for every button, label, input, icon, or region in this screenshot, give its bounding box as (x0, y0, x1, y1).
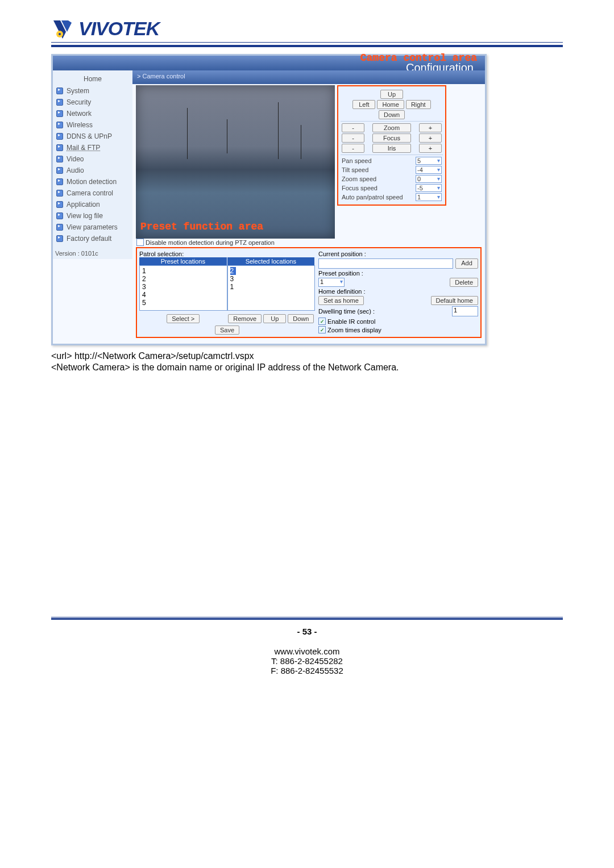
iris-minus-button[interactable]: - (342, 144, 364, 153)
enable-ir-checkbox[interactable]: ✓ (318, 318, 326, 325)
sidebar-item-log[interactable]: View log file (53, 210, 132, 222)
home-definition-label: Home definition : (318, 288, 478, 295)
arrow-icon (56, 110, 63, 117)
focus-speed-select[interactable]: -5▾ (416, 184, 442, 192)
camera-preview (136, 85, 335, 239)
focus-plus-button[interactable]: + (419, 133, 442, 143)
up-button[interactable]: Up (380, 90, 403, 99)
chevron-down-icon: ▾ (340, 278, 343, 286)
zoom-times-checkbox[interactable]: ✓ (318, 326, 326, 333)
set-home-button[interactable]: Set as home (318, 296, 364, 305)
sidebar: Home System Security Network Wireless DD… (53, 70, 132, 259)
enable-ir-label: Enable IR control (327, 318, 375, 325)
current-position-label: Current position : (318, 251, 478, 257)
arrow-icon (56, 201, 63, 208)
zoom-speed-select[interactable]: 0▾ (416, 175, 442, 183)
version-label: Version : 0101c (53, 244, 132, 257)
sidebar-item-motion[interactable]: Motion detection (53, 176, 132, 187)
preset-position-select[interactable]: 1▾ (318, 278, 345, 287)
disable-motion-row: ✓ Disable motion detection during PTZ op… (136, 239, 482, 246)
url-line: <url> http://<Network Camera>/setup/camc… (51, 351, 563, 361)
sidebar-item-camera-control[interactable]: Camera control (53, 187, 132, 199)
focus-label: Focus (372, 133, 411, 143)
delete-button[interactable]: Delete (450, 278, 478, 287)
sidebar-item-wireless[interactable]: Wireless (53, 119, 132, 131)
preset-list[interactable]: 1 2 3 4 5 (139, 265, 227, 311)
sidebar-home[interactable]: Home (53, 73, 132, 85)
logo-text: VIVOTEK (78, 18, 159, 40)
divider (51, 618, 563, 620)
arrow-icon (56, 190, 63, 197)
remove-button[interactable]: Remove (228, 314, 262, 323)
divider (51, 45, 563, 47)
sidebar-item-network[interactable]: Network (53, 108, 132, 119)
sidebar-item-audio[interactable]: Audio (53, 165, 132, 176)
desc-line: <Network Camera> is the domain name or o… (51, 362, 563, 373)
sidebar-item-application[interactable]: Application (53, 199, 132, 210)
main-area: > Camera control Up Left (132, 70, 485, 338)
svg-point-1 (59, 33, 61, 35)
disable-motion-checkbox[interactable]: ✓ (136, 239, 144, 246)
arrow-icon (56, 224, 63, 231)
footer-fax: F: 886-2-82455532 (51, 666, 563, 675)
arrow-icon (56, 156, 63, 162)
iris-label: Iris (372, 144, 411, 153)
patrol-down-button[interactable]: Down (288, 314, 314, 323)
chevron-down-icon: ▾ (437, 157, 440, 164)
pan-speed-select[interactable]: 5▾ (416, 157, 442, 165)
selected-locations-header: Selected locations (227, 257, 316, 265)
sidebar-item-factory[interactable]: Factory default (53, 233, 132, 244)
auto-speed-select[interactable]: 1▾ (416, 193, 442, 201)
arrow-icon (56, 167, 63, 174)
arrow-icon (56, 133, 63, 140)
add-button[interactable]: Add (455, 258, 478, 269)
selected-list[interactable]: 2 3 1 (227, 265, 316, 311)
focus-speed-label: Focus speed (342, 185, 377, 191)
sidebar-item-security[interactable]: Security (53, 97, 132, 108)
default-home-button[interactable]: Default home (431, 296, 478, 305)
dwelling-label: Dwelling time (sec) : (318, 308, 375, 315)
breadcrumb: > Camera control (132, 72, 485, 83)
patrol-up-button[interactable]: Up (263, 314, 286, 323)
arrow-icon (56, 178, 63, 185)
left-button[interactable]: Left (352, 100, 375, 109)
arrow-icon (56, 87, 63, 94)
annotation-camera-control: Camera control area (360, 52, 477, 64)
sidebar-item-ddns[interactable]: DDNS & UPnP (53, 131, 132, 142)
arrow-icon (56, 99, 63, 106)
sidebar-item-system[interactable]: System (53, 85, 132, 97)
right-button[interactable]: Right (406, 100, 431, 109)
sidebar-item-params[interactable]: View parameters (53, 222, 132, 233)
footer-tel: T: 886-2-82455282 (51, 656, 563, 666)
page-number: - 53 - (51, 627, 563, 636)
annotation-preset-function: Preset function area (140, 221, 263, 232)
pan-speed-label: Pan speed (342, 157, 372, 164)
sidebar-item-mail[interactable]: Mail & FTP (53, 142, 132, 153)
patrol-selection-label: Patrol selection: (139, 251, 315, 257)
sidebar-item-video[interactable]: Video (53, 153, 132, 165)
auto-speed-label: Auto pan/patrol speed (342, 194, 403, 201)
save-button[interactable]: Save (215, 326, 239, 335)
zoom-times-label: Zoom times display (327, 327, 381, 333)
body-text: <url> http://<Network Camera>/setup/camc… (51, 351, 563, 373)
footer-site: www.vivotek.com (51, 646, 563, 656)
logo: VIVOTEK (51, 17, 563, 40)
zoom-plus-button[interactable]: + (419, 123, 442, 132)
chevron-down-icon: ▾ (437, 194, 440, 201)
arrow-icon (56, 235, 63, 242)
home-button[interactable]: Home (377, 100, 404, 109)
preset-locations-header: Preset locations (139, 257, 227, 265)
footer: - 53 - www.vivotek.com T: 886-2-82455282… (51, 617, 563, 675)
iris-plus-button[interactable]: + (419, 144, 442, 153)
tilt-speed-select[interactable]: -4▾ (416, 166, 442, 174)
disable-motion-label: Disable motion detection during PTZ oper… (146, 239, 275, 246)
vivotek-logo-icon (51, 17, 74, 40)
select-button[interactable]: Select > (167, 314, 200, 323)
down-button[interactable]: Down (379, 110, 405, 119)
current-position-input[interactable] (318, 258, 453, 269)
arrow-icon (56, 144, 63, 151)
zoom-minus-button[interactable]: - (342, 123, 364, 132)
focus-minus-button[interactable]: - (342, 133, 364, 143)
divider (51, 617, 563, 617)
dwelling-input[interactable]: 1 (452, 306, 478, 316)
